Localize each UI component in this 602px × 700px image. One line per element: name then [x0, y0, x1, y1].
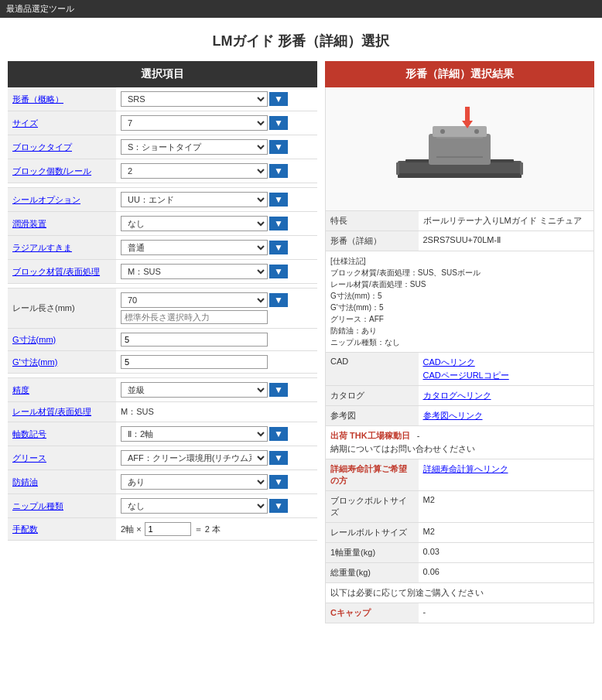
- seal-option-select[interactable]: UU：エンド: [121, 192, 268, 207]
- rail-length-btn[interactable]: ▼: [269, 293, 288, 307]
- axis-symbol-select[interactable]: Ⅱ：2軸: [121, 426, 268, 442]
- total-weight-value: 0.06: [419, 563, 594, 583]
- shape-overview-btn[interactable]: ▼: [269, 92, 288, 106]
- block-type-label[interactable]: ブロックタイプ: [12, 142, 72, 152]
- radial-clearance-label[interactable]: ラジアルすきま: [12, 243, 72, 252]
- table-row: サイズ 7 ▼: [8, 111, 317, 135]
- block-material-select[interactable]: M：SUS: [121, 264, 268, 279]
- rust-inhibitor-select[interactable]: あり: [121, 474, 268, 490]
- right-panel: 形番（詳細）選択結果: [325, 61, 594, 623]
- table-row: ニップル種類 なし ▼: [8, 494, 317, 518]
- nipple-type-select[interactable]: なし: [121, 498, 268, 514]
- lubrication-label[interactable]: 潤滑装置: [12, 219, 46, 228]
- shipping-dash: -: [417, 431, 420, 440]
- result-row-part-number: 形番（詳細） 2SRS7SUU+70LM-Ⅱ: [326, 231, 594, 251]
- table-row: 精度 並級 ▼: [8, 378, 317, 402]
- svg-point-7: [474, 129, 479, 134]
- axis-symbol-label[interactable]: 軸数記号: [12, 429, 46, 439]
- top-bar-label: 最適品選定ツール: [6, 4, 74, 13]
- block-type-select[interactable]: S：ショートタイプ: [121, 139, 268, 155]
- single-weight-label: 1軸重量(kg): [326, 543, 419, 563]
- nipple-type-select-wrapper: なし ▼: [121, 498, 313, 514]
- size-btn[interactable]: ▼: [269, 116, 288, 130]
- reference-link[interactable]: 参考図へリンク: [423, 411, 483, 420]
- rail-length-custom-input[interactable]: [121, 310, 268, 324]
- seal-option-label[interactable]: シールオプション: [12, 195, 80, 204]
- table-row: レール長さ(mm) 70 ▼: [8, 289, 317, 329]
- block-rail-select[interactable]: 2: [121, 163, 268, 179]
- grease-label[interactable]: グリース: [12, 453, 46, 463]
- hand-count-input[interactable]: [145, 522, 191, 536]
- rail-length-select[interactable]: 70: [121, 292, 268, 308]
- table-row: 軸数記号 Ⅱ：2軸 ▼: [8, 422, 317, 446]
- lubrication-select[interactable]: なし: [121, 216, 268, 231]
- grease-select-wrapper: AFF：クリーン環境用(リチウム系) ▼: [121, 450, 313, 466]
- table-row: ブロックタイプ S：ショートタイプ ▼: [8, 135, 317, 159]
- hand-count-label[interactable]: 手配数: [12, 524, 38, 534]
- block-rail-btn[interactable]: ▼: [269, 164, 288, 178]
- axis-symbol-btn[interactable]: ▼: [269, 427, 288, 441]
- block-material-label[interactable]: ブロック材質/表面処理: [12, 267, 100, 276]
- result-row-purchase-notice: 以下は必要に応じて別途ご購入ください: [326, 583, 594, 603]
- table-row: ラジアルすきま 普通 ▼: [8, 236, 317, 260]
- top-bar: 最適品選定ツール: [0, 0, 602, 18]
- accuracy-select[interactable]: 並級: [121, 382, 268, 398]
- shipping-note: 納期についてはお問い合わせください: [330, 443, 589, 455]
- table-row: 防錆油 あり ▼: [8, 470, 317, 494]
- size-label[interactable]: サイズ: [12, 118, 38, 128]
- rail-material-value: M：SUS: [121, 407, 154, 416]
- spec-note: [仕様注記] ブロック材質/表面処理：SUS、SUSボール レール材質/表面処理…: [330, 255, 589, 348]
- accuracy-label[interactable]: 精度: [12, 385, 29, 394]
- lubrication-btn[interactable]: ▼: [269, 217, 288, 230]
- lifetime-link[interactable]: 詳細寿命計算へリンク: [423, 464, 508, 473]
- cad-url-copy[interactable]: CADページURLコピー: [423, 370, 590, 381]
- g-dimension-label[interactable]: G寸法(mm): [12, 335, 56, 344]
- block-type-btn[interactable]: ▼: [269, 140, 288, 154]
- cad-link[interactable]: CADへリンク: [423, 357, 590, 368]
- g2-dimension-label[interactable]: G'寸法(mm): [12, 357, 57, 367]
- product-image-svg: [390, 99, 529, 200]
- rail-material-label[interactable]: レール材質/表面処理: [12, 407, 91, 416]
- table-row: G'寸法(mm): [8, 351, 317, 374]
- result-row-reference: 参考図 参考図へリンク: [326, 406, 594, 426]
- catalog-link[interactable]: カタログへリンク: [423, 391, 491, 400]
- block-material-btn[interactable]: ▼: [269, 265, 288, 278]
- result-row-catalog: カタログ カタログへリンク: [326, 386, 594, 406]
- rail-bolt-value: M2: [419, 523, 594, 543]
- product-image-area: [325, 87, 594, 211]
- result-row-shipping: 出荷 THK工場稼動日 - 納期についてはお問い合わせください: [326, 426, 594, 459]
- shape-overview-select-wrapper: SRS ▼: [121, 91, 313, 107]
- block-rail-label[interactable]: ブロック個数/レール: [12, 166, 91, 176]
- accuracy-select-wrapper: 並級 ▼: [121, 382, 313, 398]
- grease-select[interactable]: AFF：クリーン環境用(リチウム系): [121, 450, 268, 466]
- hand-count-axis: 2軸 ×: [121, 524, 142, 535]
- catalog-label: カタログ: [326, 386, 419, 406]
- part-number-value: 2SRS7SUU+70LM-Ⅱ: [419, 231, 594, 251]
- shape-overview-label[interactable]: 形番（概略）: [12, 94, 63, 104]
- purchase-notice-text: 以下は必要に応じて別途ご購入ください: [330, 588, 484, 597]
- g-dimension-input[interactable]: [121, 333, 268, 347]
- table-row: シールオプション UU：エンド ▼: [8, 188, 317, 212]
- shape-overview-select[interactable]: SRS: [121, 91, 268, 107]
- seal-option-btn[interactable]: ▼: [269, 193, 288, 207]
- result-row-c-cap: Cキャップ -: [326, 603, 594, 623]
- table-row: G寸法(mm): [8, 329, 317, 351]
- radial-clearance-btn[interactable]: ▼: [269, 241, 288, 254]
- size-select[interactable]: 7: [121, 115, 268, 131]
- cad-label: CAD: [326, 353, 419, 386]
- table-row: 潤滑装置 なし ▼: [8, 212, 317, 236]
- rust-inhibitor-label[interactable]: 防錆油: [12, 477, 38, 487]
- grease-btn[interactable]: ▼: [269, 451, 288, 465]
- c-cap-label: Cキャップ: [326, 603, 419, 623]
- result-row-feature: 特長 ボールリテーナ入りLMガイド ミニチュア: [326, 211, 594, 231]
- nipple-type-btn[interactable]: ▼: [269, 499, 288, 513]
- result-row-cad: CAD CADへリンク CADページURLコピー: [326, 353, 594, 386]
- accuracy-btn[interactable]: ▼: [269, 383, 288, 397]
- radial-clearance-select[interactable]: 普通: [121, 240, 268, 255]
- rust-inhibitor-btn[interactable]: ▼: [269, 475, 288, 489]
- axis-symbol-select-wrapper: Ⅱ：2軸 ▼: [121, 426, 313, 442]
- nipple-type-label[interactable]: ニップル種類: [12, 501, 63, 510]
- lifetime-label: 詳細寿命計算ご希望の方: [326, 459, 419, 491]
- g2-dimension-input[interactable]: [121, 355, 268, 369]
- right-panel-header: 形番（詳細）選択結果: [325, 61, 594, 87]
